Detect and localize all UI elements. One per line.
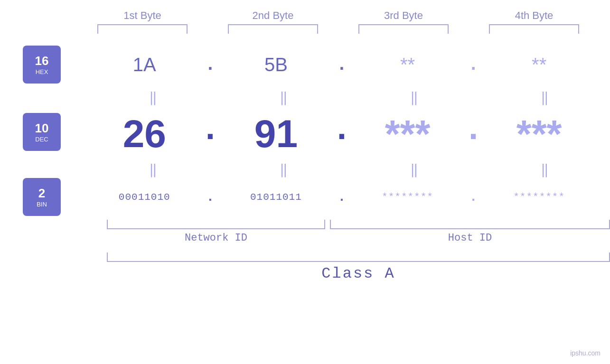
equals-row-2: ‖ ‖ ‖ ‖ <box>88 162 610 178</box>
dec-byte-3: *** <box>358 114 458 153</box>
host-id-label: Host ID <box>330 232 610 244</box>
hex-byte-4: ** <box>489 54 589 75</box>
byte-header-4: 4th Byte <box>482 9 586 22</box>
id-labels: Network ID Host ID <box>107 232 610 244</box>
bin-badge: 2 BIN <box>23 178 61 216</box>
hex-dot-1: . <box>203 55 217 75</box>
bin-byte-2: 01011011 <box>226 192 326 203</box>
bracket-top-2 <box>228 24 318 34</box>
dec-row: 10 DEC 26 . 91 . *** . *** <box>0 106 610 158</box>
hex-row: 16 HEX 1A . 5B . ** . ** <box>0 43 610 86</box>
dec-badge: 10 DEC <box>23 113 61 151</box>
dec-byte-4: *** <box>489 114 589 153</box>
bin-byte-3: ******** <box>358 192 458 203</box>
dec-byte-2: 91 <box>226 114 326 153</box>
network-bracket <box>107 220 325 229</box>
bin-byte-1: 00011010 <box>94 192 194 203</box>
network-id-label: Network ID <box>107 232 325 244</box>
main-container: 1st Byte 2nd Byte 3rd Byte 4th Byte 16 H… <box>0 0 610 364</box>
bracket-top-3 <box>358 24 449 34</box>
dec-dot-3: . <box>466 111 480 153</box>
hex-values: 1A . 5B . ** . ** <box>90 54 593 75</box>
byte-headers: 1st Byte 2nd Byte 3rd Byte 4th Byte <box>77 9 600 22</box>
class-label: Class A <box>107 265 610 282</box>
bracket-top-1 <box>97 24 188 34</box>
dec-dot-1: . <box>203 111 217 153</box>
byte-header-2: 2nd Byte <box>221 9 325 22</box>
hex-dot-2: . <box>335 55 349 75</box>
byte-header-3: 3rd Byte <box>351 9 456 22</box>
top-brackets <box>77 24 600 34</box>
bin-values: 00011010 . 01011011 . ******** . *******… <box>90 190 593 205</box>
watermark: ipshu.com <box>570 349 601 357</box>
class-bracket <box>107 252 610 262</box>
dec-dot-2: . <box>335 111 349 153</box>
host-bracket <box>330 220 610 229</box>
byte-header-1: 1st Byte <box>90 9 195 22</box>
hex-byte-1: 1A <box>94 54 194 75</box>
dec-byte-1: 26 <box>94 114 194 153</box>
bin-dot-1: . <box>203 190 217 205</box>
bin-row: 2 BIN 00011010 . 01011011 . ******** . <box>0 178 610 216</box>
hex-badge: 16 HEX <box>23 46 61 84</box>
hex-dot-3: . <box>466 55 480 75</box>
equals-row-1: ‖ ‖ ‖ ‖ <box>88 90 610 106</box>
hex-byte-2: 5B <box>226 54 326 75</box>
hex-byte-3: ** <box>358 54 458 75</box>
bottom-brackets <box>107 220 610 229</box>
bin-dot-2: . <box>335 190 349 205</box>
dec-values: 26 . 91 . *** . *** <box>90 111 593 153</box>
bin-byte-4: ******** <box>489 192 589 203</box>
bin-dot-3: . <box>466 190 480 205</box>
bracket-top-4 <box>489 24 579 34</box>
